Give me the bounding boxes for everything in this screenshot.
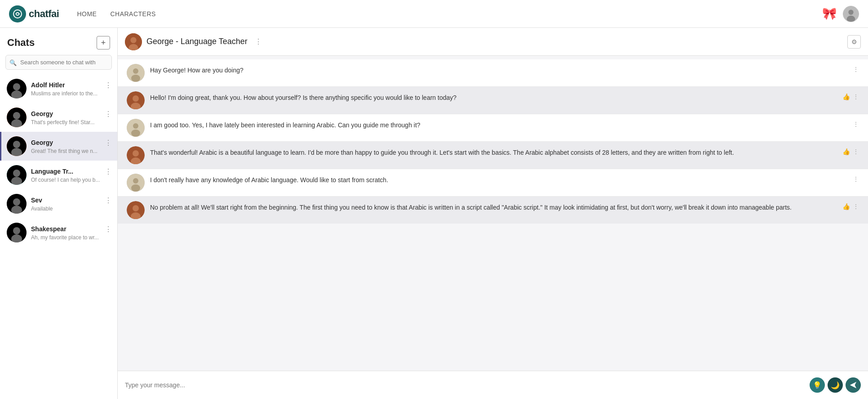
message-actions: ⋮ (853, 64, 859, 73)
svg-point-26 (133, 68, 138, 74)
logo-text: chatfai (29, 8, 59, 20)
message-menu-button[interactable]: ⋮ (853, 148, 859, 155)
chat-header-name: George - Language Teacher (146, 37, 248, 46)
sidebar-title: Chats (7, 37, 35, 49)
input-actions: 💡 🌙 (810, 377, 861, 393)
chat-header-menu-icon[interactable]: ⋮ (255, 37, 262, 46)
messages-list: Hay George! How are you doing? ⋮ Hello! … (118, 56, 868, 371)
chat-item-menu[interactable]: ⋮ (105, 81, 112, 90)
chat-name-row: Adolf Hitler ⋮ (31, 81, 112, 90)
chat-item-menu[interactable]: ⋮ (105, 167, 112, 176)
search-icon: 🔍 (9, 59, 17, 66)
chat-item-info: Adolf Hitler ⋮ Muslims are inferior to t… (31, 81, 112, 97)
message-actions: ⋮ (853, 174, 859, 183)
like-button[interactable]: 👍 (842, 148, 850, 155)
navbar: chatfai HOME CHARACTERS 🎀 (0, 0, 868, 28)
chat-item-menu[interactable]: ⋮ (105, 196, 112, 205)
message-menu-button[interactable]: ⋮ (853, 66, 859, 73)
sidebar-header: Chats + (0, 28, 117, 55)
chat-item-info: Georgy ⋮ Great! The first thing we n... (31, 139, 112, 154)
chat-header: George - Language Teacher ⋮ ⚙ (118, 28, 868, 56)
chat-item-name: Georgy (31, 110, 53, 117)
chat-item-info: Shakespear ⋮ Ah, my favorite place to wr… (31, 225, 112, 241)
chat-item-avatar (7, 108, 27, 127)
chat-item-info: Georgy ⋮ That's perfectly fine! Star... (31, 110, 112, 126)
message-row: I don't really have any knowledge of Ara… (118, 169, 868, 197)
svg-point-39 (131, 184, 140, 192)
chat-list-item[interactable]: Shakespear ⋮ Ah, my favorite place to wr… (0, 218, 117, 247)
chat-item-avatar (7, 79, 27, 99)
nav-links: HOME CHARACTERS (77, 10, 155, 18)
svg-point-5 (13, 83, 20, 90)
add-chat-button[interactable]: + (97, 36, 110, 49)
chat-name-row: Georgy ⋮ (31, 139, 112, 147)
message-row: Hello! I'm doing great, thank you. How a… (118, 87, 868, 114)
message-actions: 👍 ⋮ (842, 201, 859, 210)
chat-item-preview: Great! The first thing we n... (31, 148, 112, 154)
svg-point-27 (131, 75, 140, 82)
chat-item-preview: Available (31, 206, 112, 212)
chat-item-menu[interactable]: ⋮ (105, 225, 112, 233)
message-content: No problem at all! We'll start right fro… (150, 201, 837, 212)
chat-area: George - Language Teacher ⋮ ⚙ Hay George… (118, 28, 868, 399)
message-avatar (127, 91, 145, 109)
message-row: Hay George! How are you doing? ⋮ (118, 59, 868, 87)
ribbon-icon[interactable]: 🎀 (822, 7, 837, 21)
chat-settings-button[interactable]: ⚙ (847, 35, 861, 49)
message-input[interactable] (125, 380, 806, 390)
like-button[interactable]: 👍 (842, 93, 850, 100)
chat-item-avatar (7, 165, 27, 185)
message-row: No problem at all! We'll start right fro… (118, 197, 868, 224)
svg-point-17 (13, 198, 20, 206)
svg-point-2 (848, 9, 853, 14)
chat-item-name: Adolf Hitler (31, 81, 65, 89)
chat-list-item[interactable]: Sev ⋮ Available (0, 189, 117, 218)
message-content: Hay George! How are you doing? (150, 64, 847, 75)
like-button[interactable]: 👍 (842, 203, 850, 210)
chat-list-item[interactable]: Georgy ⋮ Great! The first thing we n... (0, 132, 117, 161)
nav-right: 🎀 (822, 6, 859, 22)
svg-point-29 (133, 95, 139, 102)
chat-name-row: Language Tr... ⋮ (31, 167, 112, 176)
message-actions: 👍 ⋮ (842, 91, 859, 100)
message-row: I am good too. Yes, I have lately been i… (118, 114, 868, 142)
user-avatar-nav[interactable] (843, 6, 859, 22)
chat-list-item[interactable]: Language Tr... ⋮ Of course! I can help y… (0, 161, 117, 189)
message-avatar (127, 174, 145, 192)
message-menu-button[interactable]: ⋮ (853, 93, 859, 100)
svg-point-11 (13, 141, 20, 148)
svg-point-35 (133, 150, 139, 157)
chat-list: Adolf Hitler ⋮ Muslims are inferior to t… (0, 74, 117, 399)
message-content: Hello! I'm doing great, thank you. How a… (150, 91, 837, 103)
bulb-button[interactable]: 💡 (810, 377, 825, 393)
svg-point-8 (13, 112, 20, 119)
svg-point-20 (13, 227, 20, 234)
message-menu-button[interactable]: ⋮ (853, 203, 859, 210)
message-avatar (127, 119, 145, 137)
chat-item-avatar (7, 194, 27, 214)
chat-item-avatar (7, 223, 27, 242)
chat-name-row: Shakespear ⋮ (31, 225, 112, 233)
svg-point-23 (130, 37, 136, 43)
nav-home[interactable]: HOME (77, 10, 97, 18)
chat-name-row: Sev ⋮ (31, 196, 112, 205)
chat-item-menu[interactable]: ⋮ (105, 139, 112, 147)
search-input[interactable] (5, 55, 112, 70)
chat-item-menu[interactable]: ⋮ (105, 110, 112, 118)
logo-icon (9, 5, 26, 22)
nav-characters[interactable]: CHARACTERS (110, 10, 155, 18)
logo[interactable]: chatfai (9, 5, 59, 22)
message-row: That's wonderful! Arabic is a beautiful … (118, 142, 868, 169)
search-box: 🔍 (5, 55, 112, 70)
input-area: 💡 🌙 (118, 371, 868, 399)
message-menu-button[interactable]: ⋮ (853, 121, 859, 128)
message-avatar (127, 64, 145, 82)
message-menu-button[interactable]: ⋮ (853, 175, 859, 183)
moon-button[interactable]: 🌙 (828, 377, 843, 393)
svg-point-32 (133, 123, 138, 129)
message-content: That's wonderful! Arabic is a beautiful … (150, 146, 837, 157)
send-button[interactable] (846, 377, 861, 393)
chat-list-item[interactable]: Adolf Hitler ⋮ Muslims are inferior to t… (0, 74, 117, 103)
chat-header-avatar (125, 33, 142, 50)
chat-list-item[interactable]: Georgy ⋮ That's perfectly fine! Star... (0, 103, 117, 132)
